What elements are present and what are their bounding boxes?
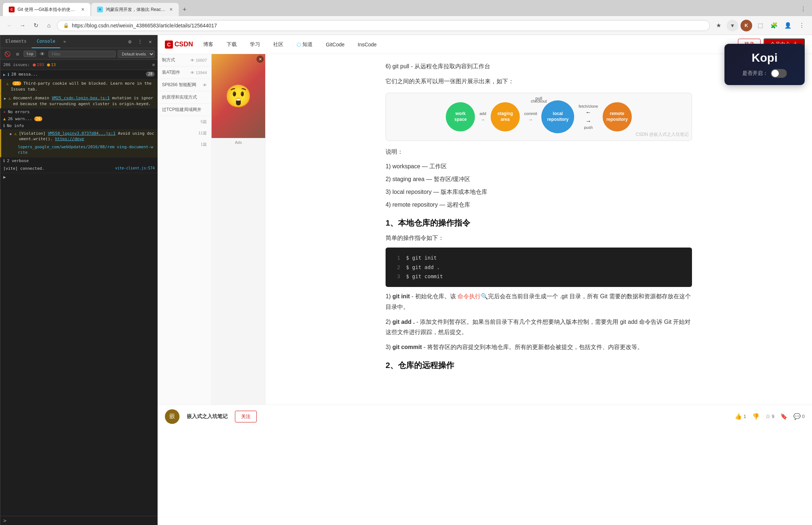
console-filter-icon[interactable]: ⊘ <box>13 50 22 58</box>
nav-download[interactable]: 下载 <box>224 40 240 49</box>
back-button[interactable]: ← <box>4 20 15 31</box>
comment-icon[interactable]: 💬 <box>793 413 801 420</box>
cast-icon[interactable]: ⬚ <box>754 20 766 31</box>
console-prompt-input[interactable] <box>8 518 155 523</box>
issues-settings-icon[interactable]: ⚙ <box>152 62 155 67</box>
msg-text: 25 Third-party cookie will be blocked. L… <box>11 81 155 92</box>
forward-button[interactable]: → <box>18 20 28 31</box>
nav-inscode[interactable]: InsCode <box>355 40 380 49</box>
push-label: push <box>584 125 593 130</box>
nav-learn[interactable]: 学习 <box>247 40 263 49</box>
source-link[interactable]: VM25_csdn-login-box.js:1 <box>52 96 110 100</box>
console-msg-28-group[interactable]: ▶ ℹ 28 messa... 28 <box>0 70 158 79</box>
warning-count: 26 <box>34 116 42 121</box>
sidebar-item-3[interactable]: SP8266 智能配网 👁 <box>158 79 211 91</box>
nav-gitcode[interactable]: GitCode <box>323 40 347 49</box>
bookmark-star-icon[interactable]: ★ <box>713 20 724 31</box>
console-filter-input[interactable] <box>49 51 116 57</box>
vm550-link[interactable]: VM550_loginv3.0737d84...js:1 <box>48 131 115 136</box>
like-group[interactable]: 👍 1 <box>735 413 746 420</box>
star-icon[interactable]: ☆ <box>765 413 770 420</box>
user-profile-icon[interactable]: 👤 <box>782 20 794 31</box>
follow-button[interactable]: 关注 <box>235 411 257 422</box>
profile-icon[interactable]: ▼ <box>727 20 738 31</box>
expand-more-icon[interactable]: ▶ <box>0 173 158 181</box>
view-count-1: 👁 16607 <box>190 58 207 62</box>
nav-blog[interactable]: 博客 <box>200 40 216 49</box>
console-msg-cookie-warning[interactable]: ⚠ 25 Third-party cookie will be blocked.… <box>0 79 158 94</box>
issue-red-count: 193 <box>33 62 44 67</box>
log-level-select[interactable]: Default levels <box>118 50 155 58</box>
devtools-close-icon[interactable]: ✕ <box>146 37 155 46</box>
csdn-favicon: C <box>9 7 15 12</box>
devtools-more-tabs[interactable]: » <box>60 39 69 44</box>
console-messages[interactable]: ▶ ℹ 28 messa... 28 ⚠ 25 Third-party cook… <box>0 70 158 516</box>
reload-button[interactable]: ↻ <box>31 20 41 31</box>
tab-git[interactable]: C Git 使用 —Git基本指令的使用... ✕ <box>3 3 90 16</box>
console-msg-domain-warning[interactable]: ▶ ⚠ document.domain VM25_csdn-login-box.… <box>0 94 158 108</box>
author-name[interactable]: 嵌入式之入坑笔记 <box>187 413 228 420</box>
nav-community[interactable]: 社区 <box>270 40 286 49</box>
tab-search-button[interactable]: ⋮ <box>797 3 809 15</box>
sidebar-item-1[interactable]: 制方式 👁 16607 <box>158 54 211 66</box>
local-repo-node: localrepository <box>541 100 574 133</box>
csdn-logo-area: C CSDN <box>165 41 193 49</box>
main-area: Elements Console » ⚙ ⋮ ✕ 🚫 ⊘ top 👁 Defau… <box>0 35 812 525</box>
lock-icon: 🔒 <box>63 23 69 28</box>
thumbs-up-icon[interactable]: 👍 <box>735 413 742 420</box>
context-selector[interactable]: top <box>24 51 36 57</box>
new-tab-button[interactable]: + <box>179 4 190 15</box>
user-avatar[interactable]: K <box>741 20 752 31</box>
eye-icon[interactable]: 👁 <box>38 50 46 58</box>
bookmark-group[interactable]: 🔖 <box>780 413 788 420</box>
menu-icon[interactable]: ⋮ <box>796 20 808 31</box>
tab-react[interactable]: ⚛ 鸿蒙应用开发，体验比 React ... ✕ <box>91 3 179 16</box>
thumbs-down-icon[interactable]: 👎 <box>752 413 759 420</box>
comment-group[interactable]: 💬 0 <box>793 413 805 420</box>
kopi-toggle-label: 是否开启： <box>742 70 768 77</box>
vite-source[interactable]: vite-client.js:574 <box>115 166 155 171</box>
desc-item-3: 3) local repository — 版本库或本地仓库 <box>386 187 692 198</box>
code-line-1: 1 $ git init <box>393 253 685 262</box>
home-button[interactable]: ⌂ <box>44 20 54 31</box>
desc-item-4: 4) remote repository — 远程仓库 <box>386 200 692 210</box>
sidebar-item-4[interactable]: 的原理和实现方式 <box>158 91 211 104</box>
address-bar[interactable]: 🔒 https://blog.csdn.net/weixin_43866583/… <box>57 20 710 31</box>
nav-zhidao[interactable]: ⬡ 知道 <box>294 40 316 49</box>
sidebar-item-errors[interactable]: ✕ No errors <box>0 108 158 115</box>
bookmark-icon[interactable]: 🔖 <box>780 413 788 420</box>
git-commit-desc: 3) git commit - 将暂存区的内容提交到本地仓库。所有的更新都会被提… <box>386 342 692 353</box>
violation-link-text[interactable]: lopers_google_com/webUpdates/2016/08/rem… <box>10 144 155 156</box>
tab-react-close[interactable]: ✕ <box>169 7 173 12</box>
extensions-icon[interactable]: 🧩 <box>768 20 780 31</box>
devtools-tab-console[interactable]: Console <box>32 35 61 48</box>
sidebar-item-5[interactable]: 过TCP组建局域网并 <box>158 104 211 116</box>
devtools-tab-elements[interactable]: Elements <box>0 35 32 48</box>
section2-title: 2、仓库的远程操作 <box>386 360 692 371</box>
workspace-node: workspace <box>446 102 475 131</box>
devtools-more-icon[interactable]: ⋮ <box>136 37 144 46</box>
ad-close-btn[interactable]: ✕ <box>256 55 264 63</box>
console-msg-vite[interactable]: [vite] connected. vite-client.js:574 <box>0 164 158 173</box>
console-input: > <box>0 516 158 525</box>
sidebar-item-warnings[interactable]: ▲ 26 warn... 26 <box>0 115 158 122</box>
remote-repo-cylinder: remoterepository <box>603 102 632 131</box>
star-group[interactable]: ☆ 9 <box>765 413 774 420</box>
sidebar-item-2[interactable]: 装AT固件 👁 13944 <box>158 66 211 79</box>
tab-git-close[interactable]: ✕ <box>81 7 85 12</box>
console-clear-icon[interactable]: 🚫 <box>3 50 11 58</box>
sidebar-left: 制方式 👁 16607 装AT固件 👁 13944 SP8266 智能配网 👁 <box>158 54 212 405</box>
expand-icon: ▶ <box>10 131 12 137</box>
bottom-bar: 嵌 嵌入式之入坑笔记 关注 👍 1 👎 ☆ 9 🔖 � <box>158 405 812 428</box>
devtools-settings-icon[interactable]: ⚙ <box>125 37 134 46</box>
sidebar-item-verbose[interactable]: ℹ 2 verbose <box>0 157 158 164</box>
push-arrow: → push <box>584 118 593 130</box>
git-add-desc: 2) git add . - 添加文件到暂存区。如果当前目录下有几个文件想要纳入… <box>386 317 692 338</box>
dislike-group[interactable]: 👎 <box>752 413 759 420</box>
ad-close-icon[interactable]: ✕ <box>256 55 264 63</box>
description-title: 说明： <box>386 147 692 157</box>
console-msg-violation[interactable]: ▶ ⚠ [Violation] VM550_loginv3.0737d84...… <box>0 129 158 157</box>
kopi-toggle[interactable] <box>771 69 787 78</box>
sidebar-item-info[interactable]: ℹ No info <box>0 122 158 129</box>
google-link[interactable]: https://deve <box>55 137 84 141</box>
